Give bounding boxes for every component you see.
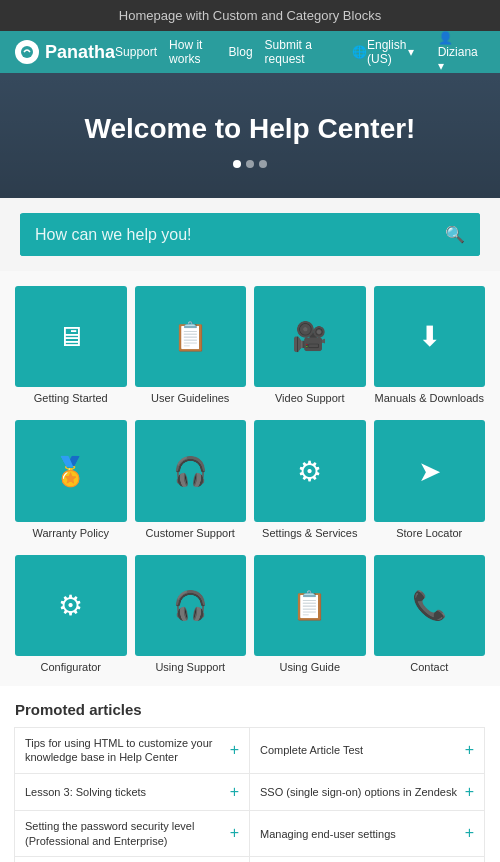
flag-icon: 🌐 xyxy=(352,45,367,59)
article-text: Setting the password security level (Pro… xyxy=(25,819,225,848)
hero-dots xyxy=(20,160,480,168)
category-label-7: Store Locator xyxy=(396,527,462,547)
article-plus-icon: + xyxy=(465,823,474,844)
article-plus-icon: + xyxy=(230,782,239,803)
nav-support[interactable]: Support xyxy=(115,45,157,59)
user-icon: 👤 xyxy=(438,31,453,45)
category-icon-6: ⚙ xyxy=(254,420,366,521)
category-item-3[interactable]: ⬇ Manuals & Downloads xyxy=(374,286,486,412)
category-item-9[interactable]: 🎧 Using Support xyxy=(135,555,247,681)
category-icon-10: 📋 xyxy=(254,555,366,656)
category-item-7[interactable]: ➤ Store Locator xyxy=(374,420,486,546)
chevron-down-icon: ▾ xyxy=(408,45,414,59)
article-text: Tips for using HTML to customize your kn… xyxy=(25,736,225,765)
article-left-0[interactable]: Tips for using HTML to customize your kn… xyxy=(14,727,250,774)
logo-text: Panatha xyxy=(45,42,115,63)
search-input[interactable] xyxy=(20,214,430,256)
category-item-2[interactable]: 🎥 Video Support xyxy=(254,286,366,412)
search-box: 🔍 xyxy=(20,213,480,256)
category-icon-5: 🎧 xyxy=(135,420,247,521)
nav-submit-request[interactable]: Submit a request xyxy=(265,38,328,66)
category-icon-0: 🖥 xyxy=(15,286,127,387)
hero-heading: Welcome to Help Center! xyxy=(20,113,480,145)
nav-language[interactable]: 🌐 English (US) ▾ xyxy=(352,38,414,66)
category-icon-4: 🏅 xyxy=(15,420,127,521)
category-label-4: Warranty Policy xyxy=(32,527,109,547)
promoted-heading: Promoted articles xyxy=(15,701,485,718)
categories-section: 🖥 Getting Started 📋 User Guidelines 🎥 Vi… xyxy=(0,271,500,686)
category-label-0: Getting Started xyxy=(34,392,108,412)
nav-logo: Panatha xyxy=(15,40,115,64)
category-label-6: Settings & Services xyxy=(262,527,357,547)
category-label-11: Contact xyxy=(410,661,448,681)
category-icon-1: 📋 xyxy=(135,286,247,387)
hero-dot-2[interactable] xyxy=(246,160,254,168)
category-item-0[interactable]: 🖥 Getting Started xyxy=(15,286,127,412)
article-plus-icon: + xyxy=(465,740,474,761)
logo-icon xyxy=(15,40,39,64)
category-item-6[interactable]: ⚙ Settings & Services xyxy=(254,420,366,546)
hero-section: Welcome to Help Center! xyxy=(0,73,500,198)
category-label-5: Customer Support xyxy=(146,527,235,547)
category-icon-7: ➤ xyxy=(374,420,486,521)
category-icon-11: 📞 xyxy=(374,555,486,656)
article-text: SSO (single sign-on) options in Zendesk xyxy=(260,785,457,799)
article-text: Complete Article Test xyxy=(260,743,363,757)
search-section: 🔍 xyxy=(0,198,500,271)
nav-how-it-works[interactable]: How it works xyxy=(169,38,217,66)
article-plus-icon: + xyxy=(465,782,474,803)
article-right-0[interactable]: Complete Article Test+ xyxy=(249,727,485,774)
category-icon-2: 🎥 xyxy=(254,286,366,387)
top-bar: Homepage with Custom and Category Blocks xyxy=(0,0,500,31)
top-bar-title: Homepage with Custom and Category Blocks xyxy=(119,8,381,23)
article-right-1[interactable]: SSO (single sign-on) options in Zendesk+ xyxy=(249,773,485,812)
category-label-10: Using Guide xyxy=(279,661,340,681)
article-plus-icon: + xyxy=(230,823,239,844)
article-left-2[interactable]: Setting the password security level (Pro… xyxy=(14,810,250,857)
nav-blog[interactable]: Blog xyxy=(229,45,253,59)
svg-point-0 xyxy=(21,46,33,58)
article-text: Managing end-user settings xyxy=(260,827,396,841)
article-text: Lesson 3: Solving tickets xyxy=(25,785,146,799)
category-label-8: Configurator xyxy=(40,661,101,681)
article-right-3[interactable]: Introducing New Features+ xyxy=(249,856,485,862)
category-item-8[interactable]: ⚙ Configurator xyxy=(15,555,127,681)
category-item-4[interactable]: 🏅 Warranty Policy xyxy=(15,420,127,546)
articles-grid: Tips for using HTML to customize your kn… xyxy=(15,728,485,862)
article-left-3[interactable]: Preparing a SSL certificate for upload t… xyxy=(14,856,250,862)
promoted-section: Promoted articles Tips for using HTML to… xyxy=(0,686,500,862)
chevron-down-icon: ▾ xyxy=(438,59,444,73)
article-plus-icon: + xyxy=(230,740,239,761)
article-left-1[interactable]: Lesson 3: Solving tickets+ xyxy=(14,773,250,812)
category-icon-9: 🎧 xyxy=(135,555,247,656)
category-item-11[interactable]: 📞 Contact xyxy=(374,555,486,681)
search-button[interactable]: 🔍 xyxy=(430,213,480,256)
category-label-2: Video Support xyxy=(275,392,345,412)
category-label-3: Manuals & Downloads xyxy=(375,392,484,412)
category-icon-8: ⚙ xyxy=(15,555,127,656)
category-item-10[interactable]: 📋 Using Guide xyxy=(254,555,366,681)
category-label-9: Using Support xyxy=(155,661,225,681)
navbar: Panatha Support How it works Blog Submit… xyxy=(0,31,500,73)
category-item-1[interactable]: 📋 User Guidelines xyxy=(135,286,247,412)
category-item-5[interactable]: 🎧 Customer Support xyxy=(135,420,247,546)
nav-user[interactable]: 👤 Diziana ▾ xyxy=(438,31,485,73)
category-grid: 🖥 Getting Started 📋 User Guidelines 🎥 Vi… xyxy=(15,286,485,681)
article-right-2[interactable]: Managing end-user settings+ xyxy=(249,810,485,857)
hero-dot-3[interactable] xyxy=(259,160,267,168)
nav-links: Support How it works Blog Submit a reque… xyxy=(115,31,485,73)
category-label-1: User Guidelines xyxy=(151,392,229,412)
category-icon-3: ⬇ xyxy=(374,286,486,387)
hero-dot-1[interactable] xyxy=(233,160,241,168)
